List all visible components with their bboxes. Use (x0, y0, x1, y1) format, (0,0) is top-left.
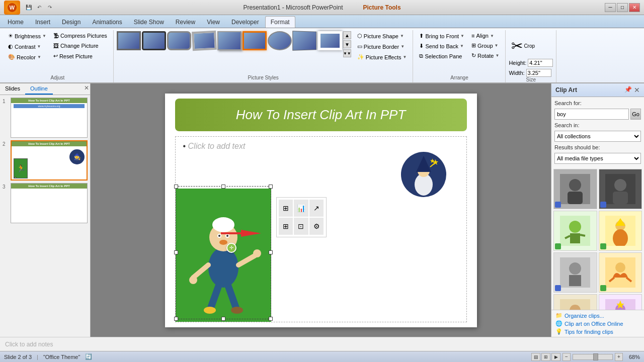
height-input[interactable] (528, 59, 553, 67)
clip-result-5[interactable] (553, 252, 597, 293)
notes-bar[interactable]: Click to add notes (0, 337, 644, 351)
placeholder-chart[interactable]: 📊 (294, 200, 308, 217)
undo-btn[interactable]: ↶ (35, 3, 44, 12)
clip-result-2[interactable] (599, 169, 642, 209)
outline-tab[interactable]: Outline (25, 83, 53, 95)
slide-title-box[interactable]: How To Insert Clip Art In PPT (175, 99, 467, 131)
crop-btn[interactable]: ✂ Crop (509, 35, 537, 57)
handle-tl[interactable] (174, 185, 178, 189)
placeholder-smartart[interactable]: ↗ (309, 200, 324, 217)
group-btn[interactable]: ⊞ Group ▼ (468, 41, 502, 50)
gallery-expand[interactable]: ▼▼ (343, 49, 351, 57)
bring-front-btn[interactable]: ⬆ Bring to Front ▼ (416, 31, 467, 41)
slide-content-box[interactable]: • Click to add text (175, 136, 467, 322)
style-thumb-0[interactable] (117, 31, 141, 50)
slide-preview-1[interactable]: How To Insert Clip Art In PPT www.myless… (11, 98, 88, 138)
tips-link[interactable]: 💡 Tips for finding clips (555, 328, 640, 335)
maximize-btn[interactable]: □ (617, 3, 628, 12)
slide-thumb-1[interactable]: 1 How To Insert Clip Art In PPT www.myle… (3, 98, 88, 138)
width-input[interactable] (526, 69, 551, 77)
office-online-link[interactable]: 🌐 Clip art on Office Online (555, 320, 640, 327)
send-back-btn[interactable]: ⬇ Send to Back ▼ (416, 41, 467, 51)
picture-effects-btn[interactable]: ✨ Picture Effects ▼ (354, 52, 410, 62)
style-thumb-3[interactable] (192, 31, 217, 51)
slideshow-btn[interactable]: ▶ (551, 353, 560, 361)
wizard-figure[interactable]: ★ (401, 152, 446, 197)
style-thumb-7[interactable] (292, 31, 316, 50)
slide-preview-3[interactable]: How To Insert Clip Art In PPT (11, 183, 88, 223)
content-placeholder[interactable]: ⊞ 📊 ↗ ⊞ ⊡ ⚙ (276, 197, 327, 237)
move-handle[interactable]: ✛ (226, 243, 236, 253)
results-select[interactable]: All media file types (554, 153, 641, 164)
clip-result-7[interactable] (553, 294, 597, 310)
style-thumb-1[interactable] (142, 31, 166, 50)
gallery-scroll-up[interactable]: ▲ (343, 31, 351, 39)
redo-btn[interactable]: ↷ (45, 3, 54, 12)
placeholder-picture[interactable]: ⊞ (279, 218, 293, 235)
align-btn[interactable]: ≡ Align ▼ (468, 31, 502, 40)
brightness-btn[interactable]: ☀ Brightness ▼ (5, 31, 49, 41)
picture-border-btn[interactable]: ▭ Picture Border ▼ (354, 42, 410, 51)
brightness-arrow: ▼ (42, 34, 46, 38)
tab-review[interactable]: Review (170, 16, 201, 28)
minimize-btn[interactable]: ─ (605, 3, 616, 12)
slide-canvas-area[interactable]: How To Insert Clip Art In PPT • Click to… (91, 83, 551, 337)
clip-result-6[interactable] (599, 252, 642, 293)
placeholder-table[interactable]: ⊞ (279, 200, 293, 217)
style-thumb-6[interactable] (268, 31, 292, 50)
style-thumb-5[interactable] (243, 31, 267, 50)
tab-developer[interactable]: Developer (226, 16, 265, 28)
placeholder-clipart[interactable]: ⊡ (294, 218, 308, 235)
zoom-thumb[interactable] (593, 353, 598, 360)
zoom-slider[interactable] (573, 354, 613, 360)
go-button[interactable]: Go (630, 109, 641, 120)
picture-shape-btn[interactable]: ⬡ Picture Shape ▼ (354, 31, 410, 41)
slide-thumb-2[interactable]: 2 How To Insert Clip Art In PPT 🧙 🏃 (3, 140, 88, 180)
change-picture-btn[interactable]: 🖼 Change Picture (50, 41, 110, 50)
slide-thumb-3[interactable]: 3 How To Insert Clip Art In PPT (3, 183, 88, 223)
rotate-btn[interactable]: ↻ Rotate ▼ (468, 51, 502, 60)
placeholder-media[interactable]: ⚙ (309, 218, 324, 235)
organize-clips-link[interactable]: 📁 Organize clips... (555, 312, 640, 319)
selection-pane-btn[interactable]: ⧉ Selection Pane (416, 51, 467, 61)
close-btn[interactable]: ✕ (629, 3, 640, 12)
tab-home[interactable]: Home (2, 16, 29, 28)
style-thumb-2[interactable] (167, 31, 191, 50)
search-in-select[interactable]: All collections (554, 131, 641, 142)
style-thumb-8[interactable] (318, 31, 342, 50)
slide-preview-2[interactable]: How To Insert Clip Art In PPT 🧙 🏃 (11, 140, 88, 180)
clip-result-1[interactable] (553, 169, 597, 209)
compress-btn[interactable]: 🗜 Compress Pictures (50, 31, 110, 40)
title-bar: W 💾 ↶ ↷ Presentation1 - Microsoft PowerP… (0, 0, 644, 15)
clip-art-close[interactable]: ✕ (634, 86, 640, 94)
slides-tab[interactable]: Slides (0, 83, 25, 95)
style-thumb-4[interactable] (217, 31, 242, 50)
tab-format[interactable]: Format (265, 16, 295, 28)
handle-tm[interactable] (221, 185, 225, 189)
clip-result-3[interactable] (553, 211, 597, 251)
tab-insert[interactable]: Insert (30, 16, 56, 28)
normal-view-btn[interactable]: ▤ (531, 353, 540, 361)
gallery-scroll-more[interactable]: ▼ (343, 40, 351, 48)
clip-result-8[interactable] (599, 294, 642, 310)
save-btn[interactable]: 💾 (24, 3, 33, 12)
office-button[interactable]: W (4, 1, 20, 15)
cartoon-boy-container[interactable]: ✛ (176, 186, 274, 322)
cartoon-boy[interactable] (176, 189, 271, 322)
clip-search-input[interactable] (554, 109, 629, 120)
tab-slideshow[interactable]: Slide Show (128, 16, 170, 28)
reset-picture-btn[interactable]: ↩ Reset Picture (50, 51, 110, 61)
clip-result-4[interactable] (599, 211, 642, 251)
slide-sorter-btn[interactable]: ⊞ (541, 353, 550, 361)
close-panel-btn[interactable]: ✕ (83, 83, 90, 95)
tab-animations[interactable]: Animations (87, 16, 127, 28)
zoom-out-btn[interactable]: − (562, 353, 571, 361)
zoom-in-btn[interactable]: + (615, 353, 623, 361)
recolor-btn[interactable]: 🎨 Recolor ▼ (5, 52, 49, 62)
theme-icon[interactable]: 🔄 (85, 353, 92, 360)
clip-art-pin[interactable]: 📌 (624, 86, 632, 94)
contrast-btn[interactable]: ◐ Contrast ▼ (5, 42, 49, 51)
handle-tr[interactable] (269, 185, 273, 189)
tab-design[interactable]: Design (56, 16, 86, 28)
tab-view[interactable]: View (201, 16, 225, 28)
